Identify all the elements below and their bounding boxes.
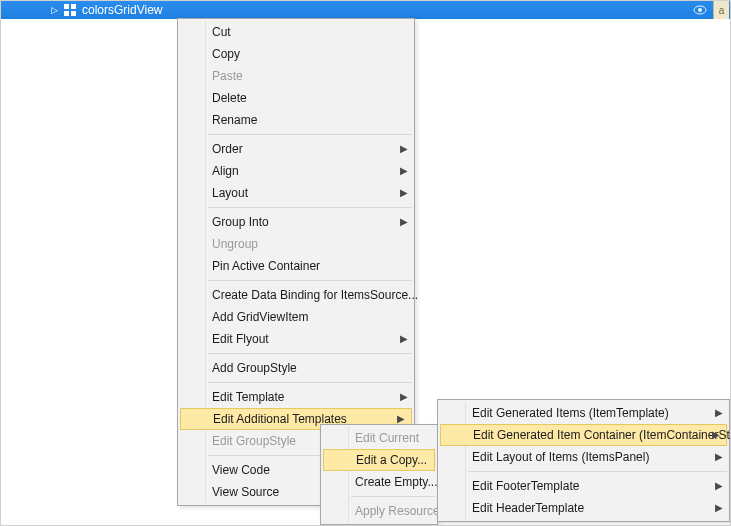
menu-paste: Paste <box>178 65 414 87</box>
submenu-arrow-icon: ▶ <box>715 497 723 519</box>
submenu-edit-header-template[interactable]: Edit HeaderTemplate▶ <box>438 497 729 519</box>
menu-pin-active-container[interactable]: Pin Active Container <box>178 255 414 277</box>
menu-add-groupstyle[interactable]: Add GroupStyle <box>178 357 414 379</box>
menu-layout[interactable]: Layout▶ <box>178 182 414 204</box>
submenu-edit-footer-template[interactable]: Edit FooterTemplate▶ <box>438 475 729 497</box>
gridview-icon <box>64 4 76 16</box>
menu-delete[interactable]: Delete <box>178 87 414 109</box>
menu-separator <box>208 280 412 281</box>
submenu-arrow-icon: ▶ <box>400 138 408 160</box>
submenu-apply-resource: Apply Resource <box>321 500 437 522</box>
svg-point-5 <box>698 8 702 12</box>
submenu-edit-generated-items[interactable]: Edit Generated Items (ItemTemplate)▶ <box>438 402 729 424</box>
visibility-eye-icon[interactable] <box>693 5 707 15</box>
submenu-edit-generated-item-container[interactable]: Edit Generated Item Container (ItemConta… <box>440 424 727 446</box>
menu-rename[interactable]: Rename <box>178 109 414 131</box>
submenu-arrow-icon: ▶ <box>400 386 408 408</box>
lock-column[interactable]: a <box>713 1 729 19</box>
menu-group-into[interactable]: Group Into▶ <box>178 211 414 233</box>
svg-rect-3 <box>71 11 76 16</box>
submenu-arrow-icon: ▶ <box>715 475 723 497</box>
submenu-edit-a-copy[interactable]: Edit a Copy... <box>323 449 435 471</box>
menu-cut[interactable]: Cut <box>178 21 414 43</box>
menu-edit-flyout[interactable]: Edit Flyout▶ <box>178 328 414 350</box>
menu-separator <box>351 496 435 497</box>
submenu-arrow-icon: ▶ <box>712 425 720 445</box>
submenu-additional-templates: Edit Generated Items (ItemTemplate)▶ Edi… <box>437 399 730 522</box>
menu-ungroup: Ungroup <box>178 233 414 255</box>
submenu-create-empty[interactable]: Create Empty... <box>321 471 437 493</box>
submenu-arrow-icon: ▶ <box>715 402 723 424</box>
menu-align[interactable]: Align▶ <box>178 160 414 182</box>
submenu-arrow-icon: ▶ <box>715 446 723 468</box>
menu-separator <box>468 471 727 472</box>
svg-rect-0 <box>64 4 69 9</box>
svg-rect-2 <box>64 11 69 16</box>
menu-edit-template[interactable]: Edit Template▶ <box>178 386 414 408</box>
menu-add-gridviewitem[interactable]: Add GridViewItem <box>178 306 414 328</box>
menu-separator <box>208 353 412 354</box>
submenu-arrow-icon: ▶ <box>400 211 408 233</box>
svg-rect-1 <box>71 4 76 9</box>
menu-separator <box>208 134 412 135</box>
submenu-arrow-icon: ▶ <box>400 182 408 204</box>
lock-column-label: a <box>719 5 725 16</box>
menu-create-data-binding[interactable]: Create Data Binding for ItemsSource... <box>178 284 414 306</box>
submenu-edit-layout-of-items[interactable]: Edit Layout of Items (ItemsPanel)▶ <box>438 446 729 468</box>
menu-separator <box>208 382 412 383</box>
menu-copy[interactable]: Copy <box>178 43 414 65</box>
menu-separator <box>208 207 412 208</box>
outline-item-label: colorsGridView <box>82 3 162 17</box>
outline-selected-row[interactable]: ▷ colorsGridView a <box>1 1 730 19</box>
menu-order[interactable]: Order▶ <box>178 138 414 160</box>
submenu-edit-current: Edit Current <box>321 427 437 449</box>
submenu-arrow-icon: ▶ <box>400 328 408 350</box>
expand-triangle-icon[interactable]: ▷ <box>51 5 58 15</box>
submenu-arrow-icon: ▶ <box>400 160 408 182</box>
submenu-template-actions: Edit Current Edit a Copy... Create Empty… <box>320 424 438 525</box>
